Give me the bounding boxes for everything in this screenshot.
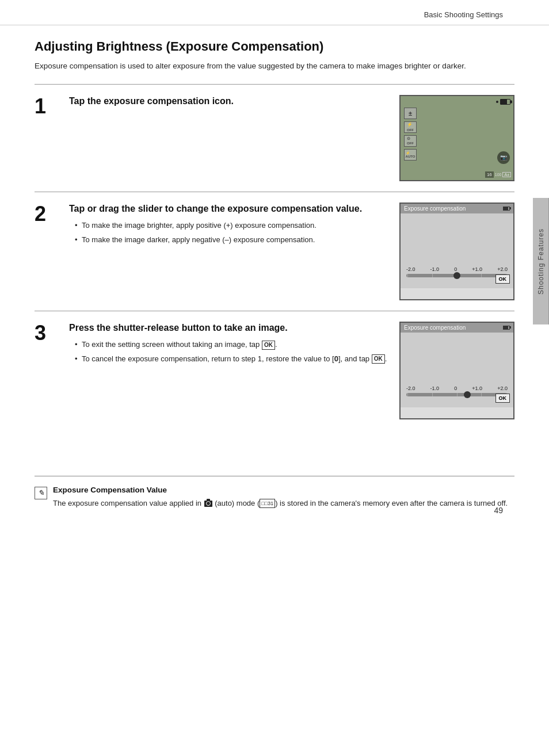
- ok-badge-inline-1: OK: [262, 341, 275, 350]
- exp-track-2[interactable]: [406, 274, 508, 277]
- scale2-zero: 0: [454, 385, 457, 391]
- camera-inline-icon: [204, 501, 212, 507]
- step-3-bullet-1: To exit the setting screen without takin…: [75, 339, 388, 351]
- step-3-section: 3 Press the shutter-release button to ta…: [35, 311, 514, 430]
- step-3-image: Exposure compensation -2.0 -1.0 0 +1.0 +…: [399, 322, 514, 419]
- page-title: Adjusting Brightness (Exposure Compensat…: [35, 39, 514, 54]
- scale2-minus1: -1.0: [430, 385, 440, 391]
- exp-screen-label-3: Exposure compensation: [404, 324, 466, 331]
- flash-icon[interactable]: ⚡OFF: [404, 121, 417, 133]
- note-section: ✎ Exposure Compensation Value The exposu…: [35, 476, 514, 510]
- sidebar-tab: Shooting Features: [533, 198, 549, 324]
- ok-badge-inline-2: OK: [372, 354, 385, 364]
- exp-screen-2: Exposure compensation -2.0 -1.0 0 +1.0 +…: [399, 203, 514, 300]
- auto-icon[interactable]: ⚡AUTO: [404, 149, 417, 161]
- screen-bottom-info: 16 100 A±: [485, 171, 511, 178]
- exp-track-3[interactable]: [406, 393, 508, 396]
- step-1-number: 1: [35, 95, 58, 117]
- battery-icon: [500, 99, 510, 105]
- step-2-bullet-2: To make the image darker, apply negative…: [75, 234, 388, 246]
- scale-minus1: -1.0: [430, 266, 440, 272]
- left-icons: ± ⚡OFF ⊙OFF ⚡AUTO: [404, 108, 417, 161]
- camera-screen-1: ± ⚡OFF ⊙OFF ⚡AUTO 📷: [399, 95, 514, 181]
- exp-header-2: Exposure compensation: [401, 204, 513, 213]
- step-3-number: 3: [35, 322, 58, 343]
- ok-button-3[interactable]: OK: [495, 394, 510, 403]
- step-3-title: Press the shutter-release button to take…: [69, 322, 388, 334]
- step-3-bullets: To exit the setting screen without takin…: [69, 339, 388, 365]
- exp-thumb-3[interactable]: [464, 391, 471, 398]
- exp-body-2: -2.0 -1.0 0 +1.0 +2.0: [401, 213, 513, 288]
- step-3-content: Press the shutter-release button to take…: [69, 322, 388, 368]
- step-1-title: Tap the exposure compensation icon.: [69, 95, 388, 108]
- exp-scale-2: -2.0 -1.0 0 +1.0 +2.0: [406, 266, 508, 272]
- note-text: The exposure compensation value applied …: [53, 498, 508, 510]
- scale2-plus1: +1.0: [472, 385, 482, 391]
- step-2-content: Tap or drag the slider to change the exp…: [69, 203, 388, 249]
- step-2-bullets: To make the image brighter, apply positi…: [69, 220, 388, 246]
- exp-screen-label-2: Exposure compensation: [404, 205, 466, 212]
- camera-mode-icon: 📷: [497, 151, 510, 164]
- exp-battery-2: [503, 207, 510, 211]
- scale-minus2: -2.0: [406, 266, 415, 272]
- step-2-section: 2 Tap or drag the slider to change the e…: [35, 192, 514, 311]
- scale-plus1: +1.0: [472, 266, 482, 272]
- page-header: Basic Shooting Settings: [0, 0, 549, 25]
- page-number: 49: [494, 506, 503, 515]
- intro-text: Exposure compensation is used to alter e…: [35, 60, 514, 72]
- exp-slider-area-2[interactable]: -2.0 -1.0 0 +1.0 +2.0: [406, 266, 508, 279]
- step-1-section: 1 Tap the exposure compensation icon. ±: [35, 84, 514, 192]
- note-icon: ✎: [35, 487, 47, 499]
- page-ref: □□31: [260, 499, 275, 508]
- step-2-number: 2: [35, 203, 58, 224]
- step-3-bullet-2: To cancel the exposure compensation, ret…: [75, 353, 388, 365]
- exposure-icon[interactable]: ±: [404, 108, 417, 119]
- scale-zero: 0: [454, 266, 457, 272]
- ok-button-2[interactable]: OK: [495, 274, 510, 284]
- main-content: Adjusting Brightness (Exposure Compensat…: [0, 25, 549, 526]
- step-2-title: Tap or drag the slider to change the exp…: [69, 203, 388, 215]
- exp-header-3: Exposure compensation: [401, 323, 513, 333]
- step-1-content: Tap the exposure compensation icon.: [69, 95, 388, 112]
- exp-thumb-2[interactable]: [453, 272, 460, 279]
- exp-battery-3: [503, 326, 510, 330]
- scale2-plus2: +2.0: [497, 385, 508, 391]
- note-content: Exposure Compensation Value The exposure…: [53, 486, 508, 510]
- step-1-image: ± ⚡OFF ⊙OFF ⚡AUTO 📷: [399, 95, 514, 181]
- exp-body-3: -2.0 -1.0 0 +1.0 +2.0: [401, 333, 513, 407]
- timer-icon[interactable]: ⊙OFF: [404, 135, 417, 147]
- step-2-image: Exposure compensation -2.0 -1.0 0 +1.0 +…: [399, 203, 514, 300]
- scale-plus2: +2.0: [497, 266, 508, 272]
- scale2-minus2: -2.0: [406, 385, 415, 391]
- section-title: Basic Shooting Settings: [424, 10, 503, 19]
- exp-slider-area-3[interactable]: -2.0 -1.0 0 +1.0 +2.0: [406, 385, 508, 398]
- step-2-bullet-1: To make the image brighter, apply positi…: [75, 220, 388, 232]
- exp-scale-3: -2.0 -1.0 0 +1.0 +2.0: [406, 385, 508, 391]
- note-title: Exposure Compensation Value: [53, 486, 508, 494]
- exp-screen-3: Exposure compensation -2.0 -1.0 0 +1.0 +…: [399, 322, 514, 419]
